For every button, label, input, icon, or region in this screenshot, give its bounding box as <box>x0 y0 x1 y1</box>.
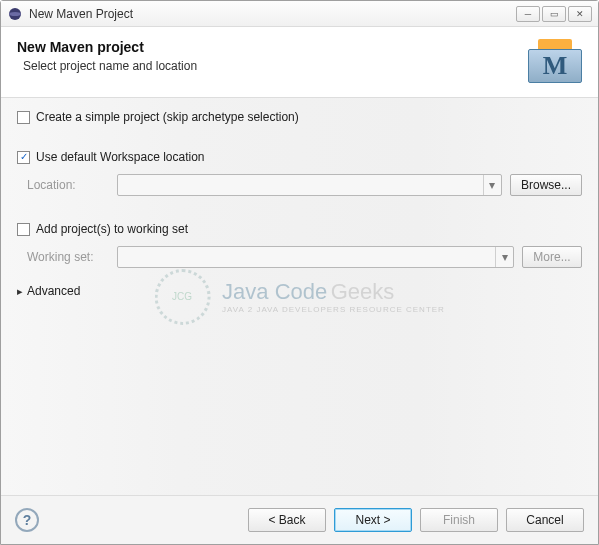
working-set-checkbox-label: Add project(s) to working set <box>36 222 188 236</box>
default-workspace-row: Use default Workspace location <box>17 150 582 164</box>
dropdown-arrow-icon: ▾ <box>495 247 513 267</box>
simple-project-label: Create a simple project (skip archetype … <box>36 110 299 124</box>
location-row: Location: ▾ Browse... <box>27 174 582 196</box>
more-button: More... <box>522 246 582 268</box>
dialog-header: New Maven project Select project name an… <box>1 27 598 98</box>
page-subtitle: Select project name and location <box>23 59 518 73</box>
maven-icon: M <box>528 39 582 83</box>
finish-button: Finish <box>420 508 498 532</box>
svg-point-1 <box>9 12 21 16</box>
advanced-label: Advanced <box>27 284 80 298</box>
window-title: New Maven Project <box>29 7 510 21</box>
watermark-subtitle: JAVA 2 JAVA DEVELOPERS RESOURCE CENTER <box>222 305 445 314</box>
cancel-button[interactable]: Cancel <box>506 508 584 532</box>
simple-project-row: Create a simple project (skip archetype … <box>17 110 582 124</box>
working-set-field-row: Working set: ▾ More... <box>27 246 582 268</box>
help-icon[interactable]: ? <box>15 508 39 532</box>
dialog-footer: ? < Back Next > Finish Cancel <box>1 495 598 544</box>
location-label: Location: <box>27 178 109 192</box>
dialog-window: New Maven Project ─ ▭ ✕ New Maven projec… <box>0 0 599 545</box>
dropdown-arrow-icon: ▾ <box>483 175 501 195</box>
dialog-content: Create a simple project (skip archetype … <box>1 98 598 495</box>
eclipse-icon <box>7 6 23 22</box>
simple-project-checkbox[interactable] <box>17 111 30 124</box>
working-set-combo: ▾ <box>117 246 514 268</box>
default-workspace-checkbox[interactable] <box>17 151 30 164</box>
maximize-button[interactable]: ▭ <box>542 6 566 22</box>
browse-button[interactable]: Browse... <box>510 174 582 196</box>
minimize-button[interactable]: ─ <box>516 6 540 22</box>
working-set-label: Working set: <box>27 250 109 264</box>
working-set-row: Add project(s) to working set <box>17 222 582 236</box>
titlebar: New Maven Project ─ ▭ ✕ <box>1 1 598 27</box>
working-set-checkbox[interactable] <box>17 223 30 236</box>
default-workspace-label: Use default Workspace location <box>36 150 205 164</box>
header-text: New Maven project Select project name an… <box>17 39 518 73</box>
advanced-toggle[interactable]: Advanced <box>17 284 582 298</box>
next-button[interactable]: Next > <box>334 508 412 532</box>
page-title: New Maven project <box>17 39 518 55</box>
back-button[interactable]: < Back <box>248 508 326 532</box>
close-button[interactable]: ✕ <box>568 6 592 22</box>
window-buttons: ─ ▭ ✕ <box>516 6 592 22</box>
location-combo: ▾ <box>117 174 502 196</box>
